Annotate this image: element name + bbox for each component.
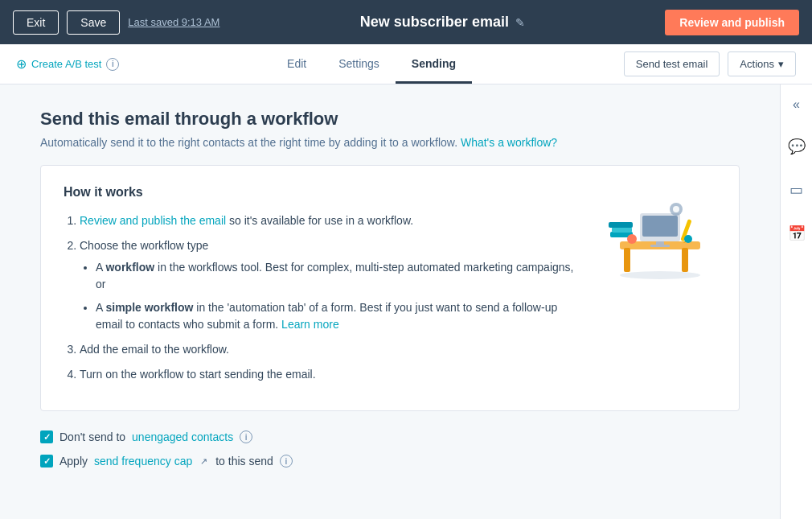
step-3: Add the email to the workflow. xyxy=(80,341,580,358)
apply-label-prefix: Apply xyxy=(59,455,88,468)
svg-rect-2 xyxy=(682,248,688,272)
svg-rect-1 xyxy=(624,248,630,272)
how-it-works-title: How it works xyxy=(64,185,580,200)
send-test-email-button[interactable]: Send test email xyxy=(624,51,720,76)
steps-list: Review and publish the email so it's ava… xyxy=(64,212,580,383)
step-4-text: Turn on the workflow to start sending th… xyxy=(80,368,316,381)
svg-rect-6 xyxy=(650,245,670,247)
send-frequency-cap-row: Apply send frequency cap ↗ to this send … xyxy=(40,455,740,468)
unengaged-contacts-row: Don't send to unengaged contacts i xyxy=(40,430,740,443)
tab-edit[interactable]: Edit xyxy=(271,46,322,84)
card-icon[interactable]: ▭ xyxy=(785,176,808,204)
send-frequency-cap-checkbox[interactable] xyxy=(40,455,53,468)
actions-chevron-icon: ▾ xyxy=(778,58,784,70)
page-title: New subscriber email xyxy=(360,14,509,31)
unengaged-contacts-info-icon[interactable]: i xyxy=(240,430,252,443)
whats-workflow-link[interactable]: What's a workflow? xyxy=(461,136,557,149)
unengaged-contacts-checkbox[interactable] xyxy=(40,430,53,443)
calendar-icon[interactable]: 📅 xyxy=(783,220,810,247)
how-it-works-card: How it works Review and publish the emai… xyxy=(40,165,740,411)
edit-icon[interactable]: ✎ xyxy=(515,16,525,29)
actions-button[interactable]: Actions ▾ xyxy=(728,51,796,76)
exit-button[interactable]: Exit xyxy=(13,10,59,35)
section-title: Send this email through a workflow xyxy=(40,109,740,130)
step-3-text: Add the email to the workflow. xyxy=(80,343,229,356)
top-bar-center: New subscriber email ✎ xyxy=(228,14,657,31)
tab-sending[interactable]: Sending xyxy=(396,46,472,84)
top-bar: Exit Save Last saved 9:13 AM New subscri… xyxy=(0,0,812,44)
top-bar-left: Exit Save Last saved 9:13 AM xyxy=(13,10,219,35)
ab-test-info-icon[interactable]: i xyxy=(106,58,119,71)
ab-test-nav[interactable]: ⊕ Create A/B test i xyxy=(16,56,119,72)
step-1: Review and publish the email so it's ava… xyxy=(80,212,580,229)
step-2-sublist: A workflow in the workflows tool. Best f… xyxy=(80,259,580,333)
unengaged-contacts-link[interactable]: unengaged contacts xyxy=(132,430,233,443)
top-bar-right: Review and publish xyxy=(665,10,799,35)
svg-point-13 xyxy=(684,235,692,243)
svg-point-14 xyxy=(620,271,700,279)
send-frequency-cap-info-icon[interactable]: i xyxy=(280,455,293,468)
save-button[interactable]: Save xyxy=(67,10,120,35)
section-subtitle: Automatically send it to the right conta… xyxy=(40,136,740,149)
nav-tabs: Edit Settings Sending xyxy=(119,46,623,83)
svg-rect-9 xyxy=(609,222,633,228)
workflow-bold: workflow xyxy=(105,261,154,274)
ab-test-icon: ⊕ xyxy=(16,56,27,72)
how-it-works-content: How it works Review and publish the emai… xyxy=(64,185,580,391)
unengaged-label-prefix: Don't send to xyxy=(59,430,125,443)
right-sidebar: « 💬 ▭ 📅 xyxy=(780,84,812,519)
ab-test-label[interactable]: Create A/B test xyxy=(31,58,101,70)
simple-workflow-bold: simple workflow xyxy=(105,301,193,314)
nav-bar: ⊕ Create A/B test i Edit Settings Sendin… xyxy=(0,44,812,84)
svg-rect-4 xyxy=(642,216,678,237)
send-frequency-cap-link[interactable]: send frequency cap xyxy=(94,455,192,468)
step-2: Choose the workflow type A workflow in t… xyxy=(80,237,580,333)
step-2-text: Choose the workflow type xyxy=(80,239,208,252)
tab-settings[interactable]: Settings xyxy=(322,46,396,84)
learn-more-link[interactable]: Learn more xyxy=(281,318,339,331)
sub-step-2: A simple workflow in the 'automation tab… xyxy=(96,299,580,333)
svg-point-16 xyxy=(673,206,679,212)
review-publish-link[interactable]: Review and publish the email xyxy=(80,214,226,227)
main-content: Send this email through a workflow Autom… xyxy=(0,84,780,519)
last-saved-text[interactable]: Last saved 9:13 AM xyxy=(128,16,219,28)
svg-rect-8 xyxy=(612,227,632,233)
actions-label: Actions xyxy=(740,58,774,70)
svg-point-12 xyxy=(627,234,637,244)
collapse-sidebar-icon[interactable]: « xyxy=(788,93,805,117)
review-publish-button[interactable]: Review and publish xyxy=(665,10,799,35)
chat-icon[interactable]: 💬 xyxy=(783,133,810,160)
workflow-illustration xyxy=(596,185,716,282)
external-link-icon[interactable]: ↗ xyxy=(200,456,207,467)
step-1-text: so it's available for use in a workflow. xyxy=(229,214,413,227)
apply-label-suffix: to this send xyxy=(215,455,273,468)
step-4: Turn on the workflow to start sending th… xyxy=(80,366,580,383)
nav-actions: Send test email Actions ▾ xyxy=(624,51,796,76)
sub-step-1: A workflow in the workflows tool. Best f… xyxy=(96,259,580,293)
